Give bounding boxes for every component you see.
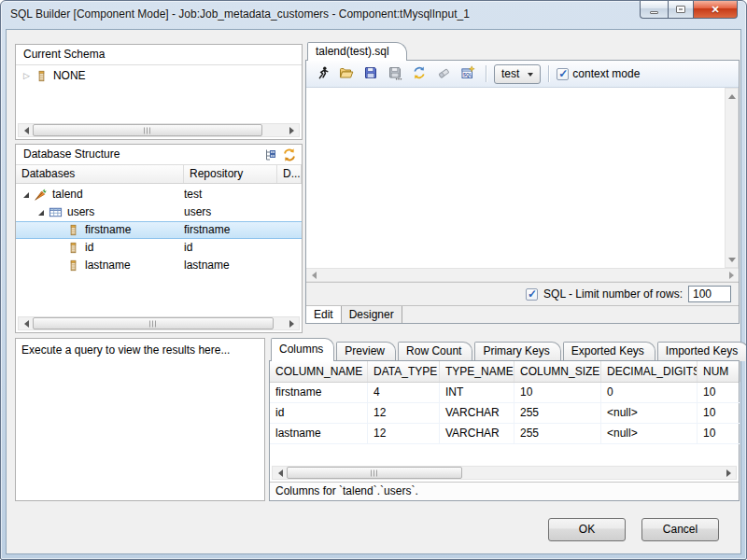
table-hscrollbar[interactable] [272,466,737,480]
scrollbar-thumb[interactable] [287,467,462,479]
scroll-up-icon[interactable] [726,89,738,103]
current-schema-panel: Current Schema ▷ NONE [15,44,303,140]
scroll-right-icon[interactable] [722,467,736,479]
col-header-decimal-digits[interactable]: DECIMAL_DIGITS [601,361,698,382]
run-query-button[interactable] [312,63,332,84]
tab-designer[interactable]: Designer [342,306,402,323]
database-icon [34,188,48,202]
tree-column-headers[interactable]: Databases Repository D... [16,165,302,184]
cell-num: 10 [698,383,740,403]
sql-editor-panel: SQL test context mode [305,60,740,324]
scroll-right-icon[interactable] [285,124,299,136]
save-button[interactable] [360,63,381,84]
limit-rows-checkbox[interactable] [526,288,538,301]
editor-hscrollbar[interactable] [306,268,739,282]
run-icon [315,65,330,83]
close-button[interactable]: ✕ [694,1,738,19]
expand-arrow-icon[interactable]: ▷ [23,67,30,85]
clear-button[interactable] [433,63,454,84]
cancel-button[interactable]: Cancel [641,518,719,541]
tab-edit[interactable]: Edit [306,306,342,323]
dialog-content: Current Schema ▷ NONE Database S [6,29,741,554]
tab-row-count[interactable]: Row Count [398,342,472,361]
tree-item-repository: firstname [184,223,230,236]
clear-icon [436,65,451,83]
new-sql-editor-button[interactable]: SQL [458,63,478,84]
refresh-button[interactable] [282,147,297,169]
tree-item-users[interactable]: users users [16,203,302,221]
cell-column-size: 255 [514,424,601,444]
tree-item-firstname[interactable]: firstname firstname [16,221,302,239]
refresh-button[interactable] [409,63,430,84]
cell-data-type: 4 [368,383,440,403]
current-schema-hscrollbar[interactable] [18,123,300,137]
database-structure-hscrollbar[interactable] [18,316,300,330]
minimize-button[interactable] [640,1,668,19]
open-file-button[interactable] [336,63,357,84]
scrollbar-thumb[interactable] [33,124,262,136]
tree-item-label: NONE [53,67,86,85]
expanded-arrow-icon[interactable] [38,210,44,216]
scroll-left-icon[interactable] [19,124,33,136]
tree-item-label: id [85,239,93,257]
context-mode-checkbox[interactable] [557,68,569,80]
limit-rows-input[interactable] [688,286,731,302]
scroll-down-icon[interactable] [726,253,738,267]
cell-data-type: 12 [368,424,440,444]
column-header-databases[interactable]: Databases [16,165,184,183]
limit-rows-bar: SQL - Limit number of rows: [306,282,739,305]
refresh-icon [412,65,427,83]
scroll-right-icon[interactable] [285,317,299,329]
collapse-all-button[interactable] [262,147,277,169]
column-icon [66,259,80,273]
cell-column-name: id [270,403,368,424]
cell-column-name: firstname [270,383,368,403]
title-bar[interactable]: SQL Builder [Component Mode] - Job:Job_m… [1,1,746,29]
column-icon [66,241,80,255]
cell-type-name: INT [440,383,514,403]
metadata-tabs: Columns Preview Row Count Primary Keys E… [271,338,747,361]
close-icon: ✕ [711,2,719,18]
tab-exported-keys[interactable]: Exported Keys [563,342,655,361]
tab-columns[interactable]: Columns [271,338,334,361]
tree-item-none[interactable]: ▷ NONE [16,67,302,85]
maximize-icon [676,6,685,13]
tree-item-repository: users [184,205,211,218]
save-as-button[interactable] [385,63,405,84]
tab-preview[interactable]: Preview [336,342,396,361]
new-sql-editor-icon: SQL [460,65,475,83]
scrollbar-thumb[interactable] [33,317,274,329]
tab-imported-keys[interactable]: Imported Keys [657,342,747,361]
database-structure-title: Database Structure [23,147,120,161]
table-row[interactable]: firstname 4 INT 10 0 10 [270,383,739,403]
tab-primary-keys[interactable]: Primary Keys [474,342,560,361]
expanded-arrow-icon[interactable] [23,192,29,198]
tree-item-id[interactable]: id id [16,239,302,257]
table-row[interactable]: id 12 VARCHAR 255 <null> 10 [270,403,739,424]
scroll-right-icon[interactable] [725,269,739,281]
cell-column-size: 10 [514,383,601,403]
sql-editor-area[interactable] [306,88,739,268]
query-results-panel: Execute a query to view the results here… [15,338,265,501]
table-header-row[interactable]: COLUMN_NAME DATA_TYPE TYPE_NAME COLUMN_S… [270,361,739,383]
col-header-num[interactable]: NUM [698,361,740,382]
tree-item-lastname[interactable]: lastname lastname [16,257,302,274]
col-header-type-name[interactable]: TYPE_NAME [440,361,514,382]
scroll-left-icon[interactable] [306,269,320,281]
svg-text:SQL: SQL [463,72,472,77]
editor-vscrollbar[interactable] [725,88,739,268]
col-header-column-name[interactable]: COLUMN_NAME [270,361,368,382]
table-row[interactable]: lastname 12 VARCHAR 255 <null> 10 [270,424,739,444]
editor-tab[interactable]: talend(test).sql [307,42,407,61]
col-header-data-type[interactable]: DATA_TYPE [368,361,440,382]
scroll-left-icon[interactable] [273,467,287,479]
sql-builder-dialog: SQL Builder [Component Mode] - Job:Job_m… [0,0,747,560]
tree-item-talend[interactable]: talend test [16,186,302,203]
maximize-button[interactable] [668,1,694,19]
scroll-left-icon[interactable] [19,317,33,329]
connection-select[interactable]: test [494,64,541,84]
col-header-column-size[interactable]: COLUMN_SIZE [514,361,601,382]
limit-rows-label: SQL - Limit number of rows: [543,287,683,301]
ok-button[interactable]: OK [548,518,626,541]
save-as-icon [388,65,402,83]
